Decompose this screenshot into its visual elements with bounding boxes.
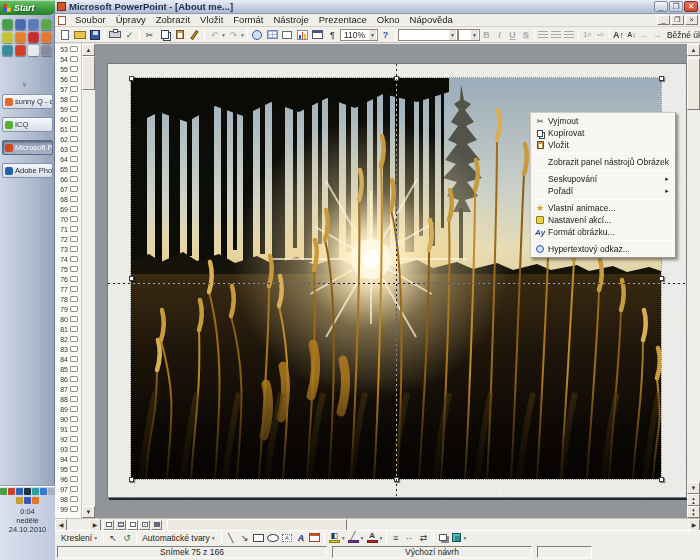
outline-slide-row[interactable]: 98 — [55, 494, 81, 504]
context-menu-item-order[interactable]: Pořadí► — [532, 185, 674, 197]
outline-slide-row[interactable]: 82 — [55, 334, 81, 344]
outline-slide-row[interactable]: 78 — [55, 294, 81, 304]
outline-slide-row[interactable]: 97 — [55, 484, 81, 494]
outline-slide-row[interactable]: 59 — [55, 104, 81, 114]
outline-view-button[interactable] — [115, 520, 126, 530]
hscroll-track[interactable] — [165, 519, 688, 531]
3d-button[interactable] — [450, 531, 464, 544]
outline-slide-row[interactable]: 94 — [55, 454, 81, 464]
outline-slide-row[interactable]: 64 — [55, 154, 81, 164]
close-button[interactable]: ✕ — [684, 1, 698, 12]
insert-clipart-button[interactable] — [308, 531, 322, 544]
outline-slide-row[interactable]: 92 — [55, 434, 81, 444]
free-rotate-button[interactable]: ↺ — [120, 531, 134, 544]
demote-button[interactable]: → — [651, 28, 664, 41]
context-menu-item-cut[interactable]: ✂Vyjmout — [532, 115, 674, 127]
insert-chart-button[interactable] — [295, 28, 310, 42]
selection-handle[interactable] — [394, 477, 399, 482]
child-restore-button[interactable]: ❐ — [671, 15, 684, 25]
outline-slide-row[interactable]: 88 — [55, 394, 81, 404]
tray-icon-7[interactable] — [48, 488, 55, 495]
menu-format[interactable]: Formát — [228, 14, 268, 26]
menu-nastroje[interactable]: Nástroje — [268, 14, 313, 26]
outline-slide-row[interactable]: 89 — [55, 404, 81, 414]
fill-color-button[interactable]: ◧ — [327, 531, 342, 544]
menu-zobrazit[interactable]: Zobrazit — [151, 14, 195, 26]
dash-style-button[interactable]: -- — [403, 531, 417, 544]
redo-button[interactable]: ↷ — [226, 28, 241, 42]
outline-slide-row[interactable]: 65 — [55, 164, 81, 174]
bold-button[interactable]: B — [480, 28, 493, 41]
slideshow-view-button[interactable] — [151, 520, 162, 530]
cut-icon[interactable]: ✂ — [142, 28, 157, 42]
context-menu-item-format-picture[interactable]: AyFormát obrázku... — [532, 226, 674, 238]
quick-launch-5-icon[interactable] — [2, 32, 13, 43]
quick-launch-10-icon[interactable] — [15, 45, 26, 56]
context-menu-item-copy[interactable]: Kopírovat — [532, 127, 674, 139]
underline-button[interactable]: U — [506, 28, 519, 41]
selection-handle[interactable] — [129, 477, 134, 482]
scroll-right-icon[interactable]: ▶ — [688, 519, 700, 531]
outline-slide-row[interactable]: 66 — [55, 174, 81, 184]
new-button[interactable] — [57, 28, 72, 42]
scroll-up-icon[interactable]: ▲ — [687, 44, 700, 56]
outline-slide-row[interactable]: 91 — [55, 424, 81, 434]
context-menu-item-show-picture-toolbar[interactable]: Zobrazit panel nástrojů Obrázek — [532, 156, 674, 168]
wordart-button[interactable]: A — [294, 531, 308, 544]
outline-slide-row[interactable]: 71 — [55, 224, 81, 234]
promote-button[interactable]: ← — [638, 28, 651, 41]
arrow-style-button[interactable]: ⇄ — [417, 531, 431, 544]
line-style-button[interactable]: ≡ — [389, 531, 403, 544]
increase-font-button[interactable]: A↑ — [612, 28, 625, 41]
outline-scroll-right-icon[interactable]: ▶ — [89, 519, 101, 531]
outline-slide-row[interactable]: 73 — [55, 244, 81, 254]
selection-handle[interactable] — [394, 76, 399, 81]
outline-slide-row[interactable]: 63 — [55, 144, 81, 154]
context-menu-item-hyperlink[interactable]: Hypertextový odkaz... — [532, 243, 674, 255]
italic-button[interactable]: I — [493, 28, 506, 41]
quick-launch-3-icon[interactable] — [28, 19, 39, 30]
menu-prezentace[interactable]: Prezentace — [314, 14, 372, 26]
slide-sorter-view-button[interactable] — [139, 520, 150, 530]
previous-slide-button[interactable]: ▲▲ — [687, 494, 700, 506]
arrow-tool-button[interactable]: ↘ — [238, 531, 252, 544]
quick-launch-chevron-icon[interactable]: » — [20, 82, 29, 86]
outline-slide-row[interactable]: 76 — [55, 274, 81, 284]
font-size-select[interactable]: ▼ — [458, 29, 480, 41]
normal-view-button[interactable] — [103, 520, 114, 530]
paste-button[interactable] — [172, 28, 187, 42]
align-center-button[interactable] — [550, 28, 563, 41]
hyperlink-button[interactable] — [250, 28, 265, 42]
3d-dropdown-icon[interactable]: ▼ — [463, 535, 468, 541]
scroll-up-icon[interactable]: ▲ — [82, 44, 95, 56]
tray-icon-2[interactable] — [8, 488, 15, 495]
child-minimize-button[interactable]: _ — [657, 15, 670, 25]
font-color-dropdown-icon[interactable]: ▼ — [379, 535, 384, 541]
common-tasks-button[interactable]: Běžné úkoly▼ — [664, 28, 700, 41]
text-shadow-button[interactable]: S — [519, 28, 532, 41]
tray-icon-4[interactable] — [24, 488, 31, 495]
tray-icon-1[interactable] — [16, 497, 23, 504]
line-color-button[interactable]: ╱ — [346, 531, 361, 544]
quick-launch-11-icon[interactable] — [28, 45, 39, 56]
taskbar-button-icq[interactable]: ICQ — [2, 117, 53, 132]
help-button[interactable]: ? — [378, 28, 393, 42]
bullets-button[interactable]: •≡ — [594, 28, 607, 41]
tray-icon-5[interactable] — [32, 488, 39, 495]
context-menu-item-grouping[interactable]: Seskupování► — [532, 173, 674, 185]
context-menu-item-paste[interactable]: Vložit — [532, 139, 674, 151]
zoom-select[interactable]: 110%▼ — [340, 29, 378, 41]
insert-table-button[interactable] — [265, 28, 280, 42]
taskbar-button-powerpoint[interactable]: Microsoft P... — [2, 140, 53, 155]
outline-slide-row[interactable]: 58 — [55, 94, 81, 104]
taskbar-button-photoshop[interactable]: Adobe Phot... — [2, 163, 53, 178]
tray-icon-6[interactable] — [40, 488, 47, 495]
outline-scroll-thumb[interactable] — [82, 56, 95, 90]
outline-slide-row[interactable]: 85 — [55, 364, 81, 374]
save-button[interactable] — [87, 28, 102, 42]
outline-slide-row[interactable]: 95 — [55, 464, 81, 474]
minimize-button[interactable]: _ — [654, 1, 668, 12]
format-painter-button[interactable] — [187, 28, 202, 42]
align-left-button[interactable] — [537, 28, 550, 41]
quick-launch-2-icon[interactable] — [15, 19, 26, 30]
